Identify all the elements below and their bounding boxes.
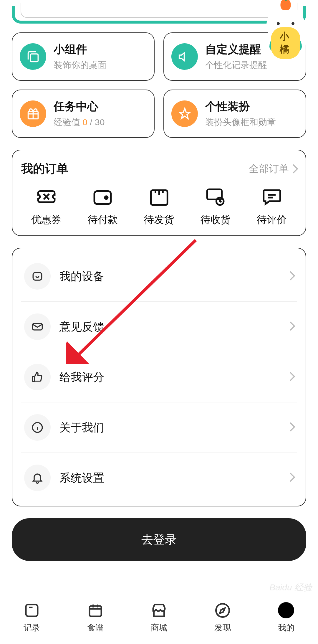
order-toreceive[interactable]: 待收货 [191,186,241,227]
all-orders-link[interactable]: 全部订单 [249,162,297,176]
widget-card[interactable]: 小组件 装饰你的桌面 [12,32,155,81]
chevron-right-icon [290,163,297,174]
task-title: 任务中心 [54,99,105,114]
review-icon [261,186,283,208]
chevron-right-icon [287,323,294,331]
gift-icon [20,100,46,127]
device-icon [24,263,51,290]
bell-icon [24,465,51,491]
svg-rect-11 [26,605,38,616]
personalize-sub: 装扮头像框和勋章 [205,116,276,128]
info-icon [24,414,51,441]
settings-panel: 我的设备 意见反馈 给我评分 关于我们 系统设置 [12,248,306,506]
svg-rect-7 [33,273,42,280]
bottom-nav: 记录 食谱 商城 发现 我的 [0,594,318,644]
orders-title: 我的订单 [21,161,68,177]
record-icon [23,602,41,619]
widget-sub: 装饰你的桌面 [54,59,107,71]
nav-mine[interactable]: 我的 [264,602,308,633]
svg-point-3 [105,196,107,199]
package-icon [148,186,170,208]
nav-store[interactable]: 商城 [137,602,181,633]
nav-discover[interactable]: 发现 [201,602,245,633]
order-coupons[interactable]: 优惠券 [21,186,71,227]
thumbs-up-icon [24,364,51,390]
svg-rect-12 [90,606,101,616]
orders-panel: 我的订单 全部订单 优惠券 待付款 待发货 待收货 待评价 [12,150,306,236]
order-toreview[interactable]: 待评价 [247,186,297,227]
speaker-icon [171,43,198,70]
widget-icon [20,43,46,70]
task-exp: 经验值 0 / 30 [54,116,105,128]
chevron-right-icon [287,424,294,431]
compass-icon [214,602,231,619]
personalize-title: 个性装扮 [205,99,276,114]
profile-icon [277,602,295,619]
order-unpaid[interactable]: 待付款 [78,186,128,227]
delivery-icon [204,186,226,208]
mascot-character[interactable]: 小橘 [256,3,315,62]
order-toship[interactable]: 待发货 [134,186,184,227]
settings-rate-us[interactable]: 给我评分 [21,352,297,402]
nav-recipes[interactable]: 食谱 [73,602,117,633]
star-icon [171,100,198,127]
task-center-card[interactable]: 任务中心 经验值 0 / 30 [12,90,155,138]
svg-rect-0 [30,54,38,62]
mascot-arm [300,29,317,46]
chevron-right-icon [287,373,294,381]
coupon-icon [35,186,57,208]
recipes-icon [87,602,104,619]
mascot-name-badge: 小橘 [271,27,300,59]
widget-title: 小组件 [54,42,107,57]
nav-record[interactable]: 记录 [10,602,54,633]
svg-point-13 [216,604,229,617]
settings-feedback[interactable]: 意见反馈 [21,302,297,352]
personalize-card[interactable]: 个性装扮 装扮头像框和勋章 [163,90,306,138]
settings-system[interactable]: 系统设置 [21,453,297,503]
chevron-right-icon [287,474,294,482]
mail-icon [24,313,51,340]
settings-about-us[interactable]: 关于我们 [21,402,297,453]
wallet-icon [92,186,114,208]
login-button[interactable]: 去登录 [12,518,306,561]
chevron-right-icon [287,273,294,280]
store-icon [150,602,168,619]
settings-my-devices[interactable]: 我的设备 [21,251,297,302]
